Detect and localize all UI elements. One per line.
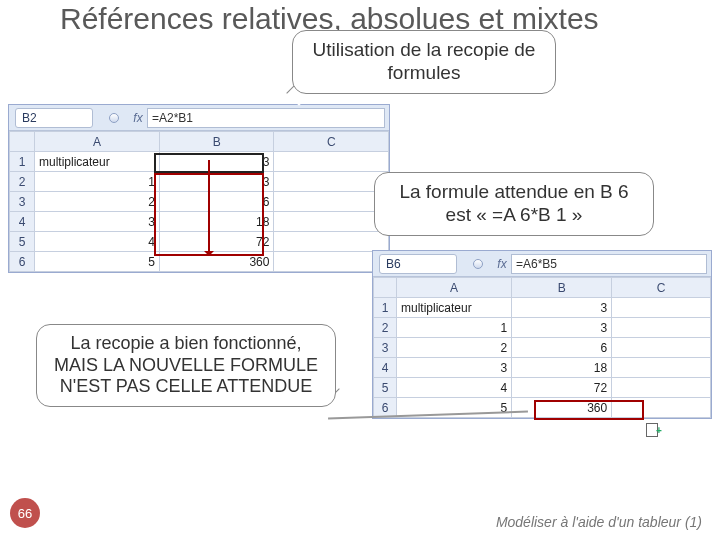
cell[interactable]: 2 <box>396 338 511 358</box>
cell[interactable] <box>612 338 711 358</box>
col-header-c[interactable]: C <box>612 278 711 298</box>
col-header-b[interactable]: B <box>512 278 612 298</box>
fill-arrow-icon <box>208 160 210 255</box>
formula-input[interactable]: =A2*B1 <box>147 108 385 128</box>
row-header[interactable]: 3 <box>10 192 35 212</box>
col-header-c[interactable]: C <box>274 132 389 152</box>
row-header[interactable]: 4 <box>374 358 397 378</box>
col-header-b[interactable]: B <box>159 132 274 152</box>
select-all-corner[interactable] <box>10 132 35 152</box>
cell[interactable] <box>274 172 389 192</box>
row-header[interactable]: 5 <box>374 378 397 398</box>
row-header[interactable]: 1 <box>10 152 35 172</box>
cell[interactable]: 1 <box>34 172 159 192</box>
col-header-a[interactable]: A <box>34 132 159 152</box>
grid: A B C 1multiplicateur3 213 326 4318 5472… <box>373 277 711 418</box>
cell[interactable] <box>612 298 711 318</box>
cell[interactable]: 18 <box>512 358 612 378</box>
name-box-dropdown[interactable] <box>463 259 493 269</box>
formula-input[interactable]: =A6*B5 <box>511 254 707 274</box>
cell[interactable]: multiplicateur <box>34 152 159 172</box>
row-header[interactable]: 1 <box>374 298 397 318</box>
cell[interactable]: 3 <box>34 212 159 232</box>
cell[interactable]: 3 <box>396 358 511 378</box>
cell[interactable]: 5 <box>34 252 159 272</box>
row-header[interactable]: 2 <box>10 172 35 192</box>
callout-expected: La formule attendue en B 6 est « =A 6*B … <box>374 172 654 236</box>
cell[interactable]: 6 <box>512 338 612 358</box>
slide: Références relatives, absolues et mixtes… <box>0 0 720 540</box>
select-all-corner[interactable] <box>374 278 397 298</box>
cell[interactable] <box>274 212 389 232</box>
cell[interactable]: 3 <box>512 298 612 318</box>
fx-icon[interactable]: fx <box>129 111 147 125</box>
cell[interactable] <box>612 378 711 398</box>
row-header[interactable]: 4 <box>10 212 35 232</box>
cell[interactable]: multiplicateur <box>396 298 511 318</box>
excel-fragment-2: B6 fx =A6*B5 A B C 1multiplicateur3 213 … <box>372 250 712 419</box>
footer-text: Modéliser à l'aide d'un tableur (1) <box>496 515 702 530</box>
cell[interactable] <box>274 232 389 252</box>
callout-top: Utilisation de la recopie de formules <box>292 30 556 94</box>
name-box[interactable]: B6 <box>379 254 457 274</box>
highlight-box <box>534 400 644 420</box>
callout-result: La recopie a bien fonctionné, MAIS LA NO… <box>36 324 336 407</box>
row-header[interactable]: 3 <box>374 338 397 358</box>
page-number-badge: 66 <box>10 498 40 528</box>
row-header[interactable]: 2 <box>374 318 397 338</box>
col-header-a[interactable]: A <box>396 278 511 298</box>
cell[interactable]: 1 <box>396 318 511 338</box>
name-box[interactable]: B2 <box>15 108 93 128</box>
formula-bar: B2 fx =A2*B1 <box>9 105 389 131</box>
fx-icon[interactable]: fx <box>493 257 511 271</box>
cell[interactable] <box>612 318 711 338</box>
name-box-dropdown[interactable] <box>99 113 129 123</box>
formula-bar: B6 fx =A6*B5 <box>373 251 711 277</box>
cell[interactable] <box>274 152 389 172</box>
cell[interactable]: 3 <box>159 152 274 172</box>
cell[interactable] <box>612 358 711 378</box>
cell[interactable]: 72 <box>512 378 612 398</box>
cell[interactable]: 4 <box>396 378 511 398</box>
cell[interactable]: 4 <box>34 232 159 252</box>
cell[interactable]: 2 <box>34 192 159 212</box>
cell[interactable] <box>274 192 389 212</box>
row-header[interactable]: 6 <box>10 252 35 272</box>
row-header[interactable]: 5 <box>10 232 35 252</box>
cell[interactable]: 3 <box>512 318 612 338</box>
copy-cursor-icon: + <box>646 423 666 437</box>
